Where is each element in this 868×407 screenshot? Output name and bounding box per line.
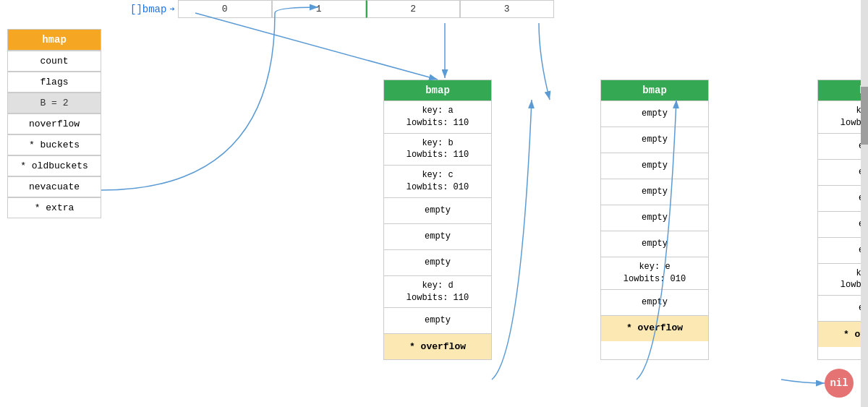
array-col-0: 0 [178,0,272,18]
hmap-field-extra: * extra [7,197,101,218]
bucket-0-cell-4: empty [384,223,491,249]
bucket-1-cell-3: empty [601,179,708,205]
scrollbar-thumb[interactable] [861,87,868,145]
nil-label: nil [830,377,848,389]
array-col-3: 3 [460,0,554,18]
hmap-field-b: B = 2 [7,93,101,113]
bucket-0-cell-6: key: d lowbits: 110 [384,275,491,308]
bucket-1-cell-6: key: e lowbits: 010 [601,257,708,289]
nil-circle: nil [825,369,854,398]
array-col-1: 1 [272,0,366,18]
bucket-1-cell-4: empty [601,205,708,231]
bucket-0-cell-7: empty [384,307,491,333]
bucket-1-cell-5: empty [601,231,708,257]
hmap-field-count: count [7,51,101,72]
bucket-0-cell-0: key: a lowbits: 110 [384,100,491,133]
hmap-title: hmap [7,29,101,51]
scrollbar[interactable] [861,0,868,407]
bmap-array-header: []bmap ➔ 0 1 2 3 [130,0,554,18]
array-cols: 0 1 2 3 [178,0,554,18]
buckets-area: bmap key: a lowbits: 110 key: b lowbits:… [383,80,868,360]
bucket-0-cell-3: empty [384,197,491,223]
bucket-1-cell-7: empty [601,289,708,315]
hmap-field-oldbuckets: * oldbuckets [7,155,101,176]
bucket-1: bmap empty empty empty empty empty empty… [600,80,709,360]
hmap-field-noverflow: noverflow [7,113,101,134]
hmap-field-flags: flags [7,72,101,93]
arrow-right-icon: ➔ [169,4,174,14]
bucket-1-cell-0: empty [601,100,708,127]
bucket-1-overflow: * overflow [601,315,708,341]
hmap-panel: hmap count flags B = 2 noverflow * bucke… [7,29,101,218]
bucket-1-header: bmap [601,80,708,100]
bucket-1-cell-2: empty [601,153,708,179]
bucket-0-header: bmap [384,80,491,100]
bucket-0-cell-2: key: c lowbits: 010 [384,165,491,197]
hmap-field-nevacuate: nevacuate [7,176,101,197]
bmap-array-label: []bmap [130,4,166,15]
bucket-0-overflow: * overflow [384,333,491,359]
array-col-2: 2 [366,0,460,18]
bucket-0: bmap key: a lowbits: 110 key: b lowbits:… [383,80,492,360]
bucket-0-cell-5: empty [384,249,491,275]
hmap-field-buckets: * buckets [7,134,101,155]
bucket-0-cell-1: key: b lowbits: 110 [384,133,491,166]
bucket-1-cell-1: empty [601,127,708,153]
